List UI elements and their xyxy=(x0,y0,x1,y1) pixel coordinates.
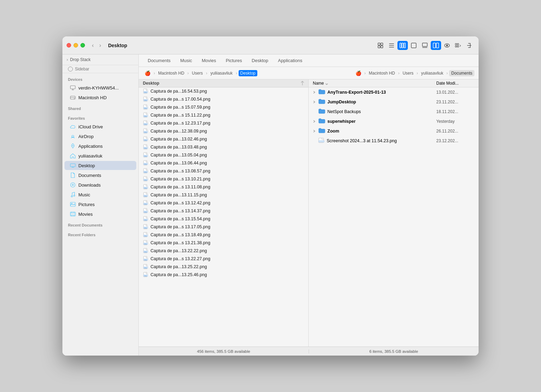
view-columns-button[interactable] xyxy=(397,41,408,50)
airdrop-icon xyxy=(70,134,76,139)
right-folder-list[interactable]: AnyTrans-Export-2025-01-13 13.01.202... … xyxy=(309,87,479,347)
file-row[interactable]: PNG Captura de pa...s 17.00.54.png xyxy=(139,95,308,103)
tab-music[interactable]: Music xyxy=(175,57,197,65)
sidebar-item-user[interactable]: yuliiasavliuk xyxy=(65,151,136,160)
file-row[interactable]: PNG Captura de pa...13.25.46.png xyxy=(139,271,308,279)
path-users-right[interactable]: Users xyxy=(401,70,415,76)
sidebar-item-monitor[interactable]: verdin-KYHWW54... xyxy=(65,83,136,92)
view-eye-button[interactable] xyxy=(442,41,452,50)
file-row[interactable]: PNG Captura de pa...s 13.11.08.png xyxy=(139,183,308,191)
chevron-icon xyxy=(313,129,316,133)
sidebar-item-music[interactable]: Music xyxy=(65,190,136,199)
sidebar-toggle-icon[interactable]: › xyxy=(67,57,68,62)
file-row[interactable]: PNG Captura de pa...s 13.12.42.png xyxy=(139,199,308,207)
sidebar-label: Sidebar xyxy=(75,67,89,71)
file-name: Captura de pa...s 13.18.49.png xyxy=(151,232,210,237)
path-documents-right[interactable]: Documents xyxy=(449,70,474,76)
forward-button[interactable]: › xyxy=(98,42,102,49)
file-row[interactable]: PNG Captura de pa...13.25.22.png xyxy=(139,263,308,271)
sidebar-item-label: iCloud Drive xyxy=(78,124,103,129)
folder-item-icon xyxy=(318,108,325,115)
view-preview-button[interactable] xyxy=(409,41,419,50)
file-row[interactable]: PNG Captura de pa...s 13.17.05.png xyxy=(139,223,308,231)
file-png-icon: PNG xyxy=(143,224,148,230)
sidebar-item-macintosh-hd[interactable]: Macintosh HD xyxy=(65,93,136,102)
file-row[interactable]: PNG Captura de pa...s 13.18.49.png xyxy=(139,231,308,239)
path-macintosh-left[interactable]: Macintosh HD xyxy=(156,70,186,76)
sidebar-item-documents[interactable]: Documents xyxy=(65,171,136,180)
path-macintosh-right[interactable]: Macintosh HD xyxy=(367,70,397,76)
view-list-button[interactable] xyxy=(386,41,397,50)
folder-row[interactable]: AnyTrans-Export-2025-01-13 13.01.202... xyxy=(309,87,479,97)
file-row[interactable]: PNG Captura de pa...13.03.48.png xyxy=(139,143,308,151)
folder-row[interactable]: superwhisper Yesterday xyxy=(309,117,479,126)
path-apple-right[interactable]: 🍎 xyxy=(354,70,363,77)
file-row[interactable]: PNG Captura de pa...s 12.23.17.png xyxy=(139,119,308,127)
sidebar-item-downloads[interactable]: Downloads xyxy=(65,180,136,189)
view-more-button[interactable] xyxy=(453,41,463,50)
path-desktop-left[interactable]: Desktop xyxy=(239,70,257,76)
sidebar-item-airdrop[interactable]: AirDrop xyxy=(65,132,136,141)
svg-text:PNG: PNG xyxy=(144,116,147,117)
tab-applications[interactable]: Applications xyxy=(273,57,307,65)
file-row[interactable]: PNG Captura de pa...12.38.09.png xyxy=(139,127,308,135)
col-name-header[interactable]: Name xyxy=(313,81,436,86)
view-gallery-button[interactable] xyxy=(420,41,430,50)
file-row[interactable]: PNG Captura de pa...s 13.10.21.png xyxy=(139,175,308,183)
row-chevron xyxy=(313,129,316,133)
folder-row[interactable]: NetSpot Backups 18.11.202... xyxy=(309,107,479,117)
left-file-pane: Desktop PNG Captura de pa...16.54.53.png… xyxy=(139,79,309,347)
chevron-icon xyxy=(313,91,316,94)
sidebar-section-shared: Shared xyxy=(62,102,138,112)
file-row[interactable]: PNG Captura de pa...s 15.07.59.png xyxy=(139,103,308,111)
tab-documents[interactable]: Documents xyxy=(143,57,175,65)
view-split-button[interactable] xyxy=(431,41,441,50)
tab-pictures[interactable]: Pictures xyxy=(221,57,247,65)
back-button[interactable]: ‹ xyxy=(91,42,95,49)
file-row[interactable]: PNG Captura de pa...s 13.21.38.png xyxy=(139,239,308,247)
left-file-list[interactable]: PNG Captura de pa...16.54.53.png PNG Cap… xyxy=(139,87,308,347)
path-users-left[interactable]: Users xyxy=(190,70,204,76)
left-header: Desktop xyxy=(139,79,308,87)
file-name: Captura de pa...s 13.12.42.png xyxy=(151,201,210,205)
minimize-button[interactable] xyxy=(74,43,78,48)
close-button[interactable] xyxy=(67,43,71,48)
file-row[interactable]: PNG Captura de pa...s 13.08.57.png xyxy=(139,167,308,175)
folder-row[interactable]: Zoom 26.11.202... xyxy=(309,126,479,136)
file-row[interactable]: PNG Captura de pa...s 13.15.54.png xyxy=(139,215,308,223)
file-row[interactable]: PNG Captura de pa...13.05.04.png xyxy=(139,151,308,159)
svg-point-16 xyxy=(446,45,448,46)
path-apple-left[interactable]: 🍎 xyxy=(143,70,152,77)
sidebar-item-desktop[interactable]: Desktop xyxy=(65,161,136,170)
svg-text:PNG: PNG xyxy=(144,156,147,157)
status-left: 456 items, 385.5 GB available xyxy=(139,349,309,353)
file-row[interactable]: PNG Captura de pa...s 15.11.22.png xyxy=(139,111,308,119)
sidebar-item-movies[interactable]: Movies xyxy=(65,210,136,219)
tab-movies[interactable]: Movies xyxy=(197,57,221,65)
sidebar-section-devices: Devices xyxy=(62,73,138,83)
sidebar-item-label: Pictures xyxy=(78,202,95,207)
sidebar-item-pictures[interactable]: Pictures xyxy=(65,200,136,209)
folder-row-content: Zoom xyxy=(313,128,436,134)
sidebar-item-applications[interactable]: Applications xyxy=(65,142,136,151)
file-row[interactable]: PNG Captura de pa...13.11.15.png xyxy=(139,191,308,199)
file-row[interactable]: PNG Captura de pa...s 13.22.27.png xyxy=(139,255,308,263)
sidebar-section-recent-docs: Recent Documents xyxy=(62,219,138,229)
path-user-right[interactable]: yuliiasavliuk xyxy=(419,70,445,76)
file-row[interactable]: PNG Captura de pa...13.02.46.png xyxy=(139,135,308,143)
folder-row[interactable]: Screenshot 2024...3 at 11.54.23.png 23.1… xyxy=(309,136,479,146)
svg-text:PNG: PNG xyxy=(144,252,147,253)
file-row[interactable]: PNG Captura de pa...s 13.14.37.png xyxy=(139,207,308,215)
maximize-button[interactable] xyxy=(80,43,85,48)
expand-button[interactable] xyxy=(464,41,474,50)
path-user-left[interactable]: yuliiasavliuk xyxy=(209,70,234,76)
file-row[interactable]: PNG Captura de pa...13.22.22.png xyxy=(139,247,308,255)
file-png-icon: PNG xyxy=(143,192,148,198)
view-grid-button[interactable] xyxy=(375,41,386,50)
file-name: Captura de pa...13.11.15.png xyxy=(151,193,207,197)
file-row[interactable]: PNG Captura de pa...16.54.53.png xyxy=(139,87,308,95)
file-row[interactable]: PNG Captura de pa...13.06.44.png xyxy=(139,159,308,167)
tab-desktop[interactable]: Desktop xyxy=(247,57,273,65)
folder-row[interactable]: JumpDesktop 23.11.202... xyxy=(309,97,479,107)
sidebar-item-icloud[interactable]: iCloud Drive xyxy=(65,122,136,131)
